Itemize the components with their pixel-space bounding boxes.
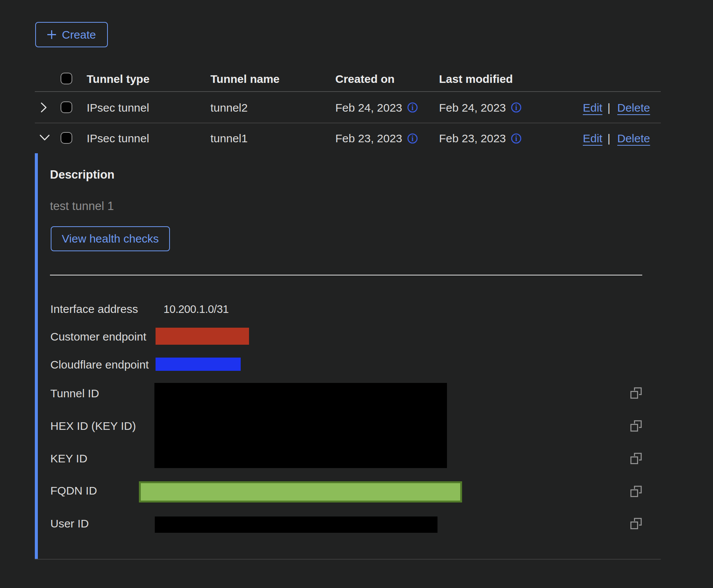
svg-text:i: i: [411, 103, 414, 112]
svg-text:i: i: [515, 103, 517, 112]
svg-text:i: i: [411, 134, 414, 143]
svg-text:i: i: [515, 134, 517, 143]
